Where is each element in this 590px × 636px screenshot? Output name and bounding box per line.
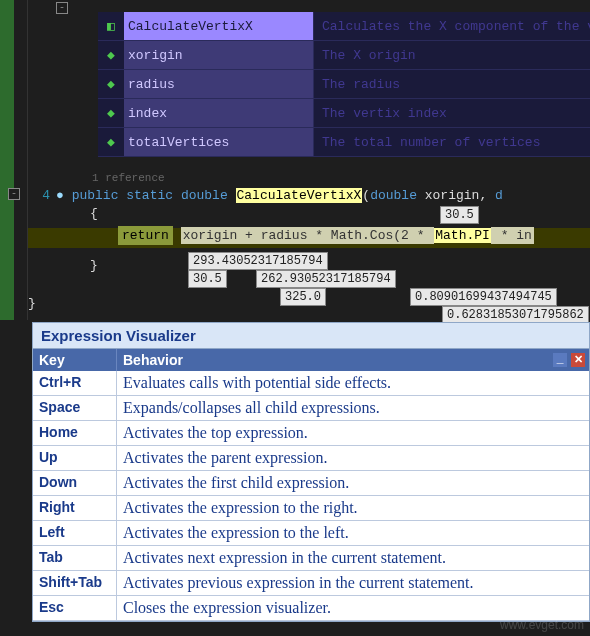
close-icon[interactable]: ✕ bbox=[571, 353, 585, 367]
shortcut-behavior: Evaluates calls with potential side effe… bbox=[117, 371, 589, 395]
shortcut-behavior: Activates the expression to the right. bbox=[117, 496, 589, 520]
shortcut-behavior: Activates the top expression. bbox=[117, 421, 589, 445]
shortcut-behavior: Activates the first child expression. bbox=[117, 471, 589, 495]
intellisense-label: xorigin bbox=[124, 41, 314, 69]
intellisense-label: index bbox=[124, 99, 314, 127]
intellisense-item[interactable]: ◆indexThe vertix index bbox=[98, 99, 590, 128]
shortcut-behavior: Activates next expression in the current… bbox=[117, 546, 589, 570]
fold-toggle-icon[interactable]: - bbox=[56, 2, 68, 14]
intellisense-label: radius bbox=[124, 70, 314, 98]
intellisense-label: CalculateVertixX bbox=[124, 12, 314, 40]
visualizer-row: UpActivates the parent expression. bbox=[33, 446, 589, 471]
minimize-icon[interactable]: _ bbox=[553, 353, 567, 367]
debug-value-tooltip: 293.43052317185794 bbox=[188, 252, 328, 270]
intellisense-description: The total number of vertices bbox=[314, 135, 590, 150]
code-editor[interactable]: - - ◧CalculateVertixXCalculates the X co… bbox=[0, 0, 590, 320]
shortcut-key: Left bbox=[33, 521, 117, 545]
shortcut-behavior: Activates previous expression in the cur… bbox=[117, 571, 589, 595]
visualizer-row: Shift+TabActivates previous expression i… bbox=[33, 571, 589, 596]
change-margin bbox=[0, 0, 14, 320]
debug-value-tooltip: 30.5 bbox=[440, 206, 479, 224]
shortcut-key: Up bbox=[33, 446, 117, 470]
return-statement: return xorigin + radius * Math.Cos(2 * M… bbox=[118, 228, 534, 243]
method-icon: ◧ bbox=[98, 18, 124, 34]
intellisense-label: totalVertices bbox=[124, 128, 314, 156]
field-icon: ◆ bbox=[98, 134, 124, 150]
debug-value-tooltip: 30.5 bbox=[188, 270, 227, 288]
visualizer-row: RightActivates the expression to the rig… bbox=[33, 496, 589, 521]
visualizer-title: Expression Visualizer bbox=[33, 323, 589, 349]
debug-value-tooltip: 325.0 bbox=[280, 288, 326, 306]
visualizer-row: DownActivates the first child expression… bbox=[33, 471, 589, 496]
shortcut-behavior: Closes the expression visualizer. bbox=[117, 596, 589, 620]
intellisense-description: The vertix index bbox=[314, 106, 590, 121]
shortcut-key: Esc bbox=[33, 596, 117, 620]
visualizer-row: LeftActivates the expression to the left… bbox=[33, 521, 589, 546]
shortcut-key: Space bbox=[33, 396, 117, 420]
column-header-behavior: Behavior bbox=[117, 349, 589, 371]
method-signature-line: ● public static double CalculateVertixX(… bbox=[56, 188, 503, 203]
fold-toggle-icon[interactable]: - bbox=[8, 188, 20, 200]
method-name: CalculateVertixX bbox=[236, 188, 363, 203]
close-brace: } bbox=[90, 258, 98, 273]
visualizer-row: TabActivates next expression in the curr… bbox=[33, 546, 589, 571]
shortcut-key: Tab bbox=[33, 546, 117, 570]
shortcut-key: Down bbox=[33, 471, 117, 495]
shortcut-behavior: Expands/collapses all child expressions. bbox=[117, 396, 589, 420]
intellisense-item[interactable]: ◆xoriginThe X origin bbox=[98, 41, 590, 70]
shortcut-key: Home bbox=[33, 421, 117, 445]
visualizer-header-row: Key Behavior _ ✕ bbox=[33, 349, 589, 371]
field-icon: ◆ bbox=[98, 105, 124, 121]
field-icon: ◆ bbox=[98, 76, 124, 92]
intellisense-description: The X origin bbox=[314, 48, 590, 63]
visualizer-row: Ctrl+REvaluates calls with potential sid… bbox=[33, 371, 589, 396]
close-brace: } bbox=[28, 296, 36, 311]
visualizer-row: HomeActivates the top expression. bbox=[33, 421, 589, 446]
shortcut-behavior: Activates the expression to the left. bbox=[117, 521, 589, 545]
shortcut-behavior: Activates the parent expression. bbox=[117, 446, 589, 470]
line-number: 4 bbox=[30, 188, 50, 203]
expression-visualizer-panel: Expression Visualizer Key Behavior _ ✕ C… bbox=[32, 322, 590, 622]
intellisense-item[interactable]: ◧CalculateVertixXCalculates the X compon… bbox=[98, 12, 590, 41]
intellisense-description: Calculates the X component of the vert bbox=[314, 19, 590, 34]
debug-value-tooltip: 262.93052317185794 bbox=[256, 270, 396, 288]
debug-value-tooltip: 0.80901699437494745 bbox=[410, 288, 557, 306]
intellisense-item[interactable]: ◆totalVerticesThe total number of vertic… bbox=[98, 128, 590, 157]
shortcut-key: Shift+Tab bbox=[33, 571, 117, 595]
watermark-text: www.evget.com bbox=[500, 618, 584, 632]
visualizer-row: SpaceExpands/collapses all child express… bbox=[33, 396, 589, 421]
open-brace: { bbox=[90, 206, 98, 221]
shortcut-key: Ctrl+R bbox=[33, 371, 117, 395]
intellisense-popup[interactable]: ◧CalculateVertixXCalculates the X compon… bbox=[98, 12, 590, 157]
field-icon: ◆ bbox=[98, 47, 124, 63]
shortcut-key: Right bbox=[33, 496, 117, 520]
codelens-references[interactable]: 1 reference bbox=[92, 172, 165, 184]
outline-margin bbox=[14, 0, 28, 320]
intellisense-description: The radius bbox=[314, 77, 590, 92]
column-header-key: Key bbox=[33, 349, 117, 371]
intellisense-item[interactable]: ◆radiusThe radius bbox=[98, 70, 590, 99]
